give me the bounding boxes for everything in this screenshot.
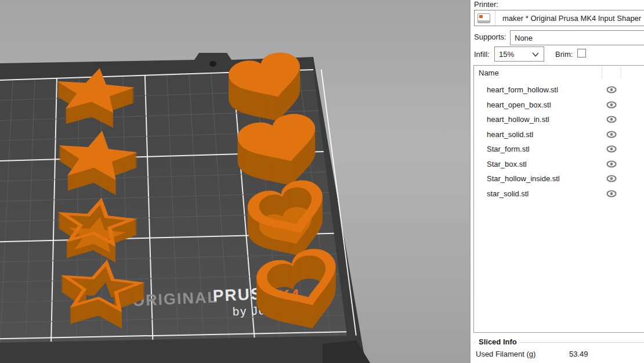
list-item[interactable]: Star_box.stl (474, 157, 644, 172)
printer-label: Printer: (474, 0, 498, 9)
name-column-header: Name (479, 69, 499, 77)
eye-visibility-icon[interactable] (606, 100, 617, 109)
infill-value: 15% (499, 50, 514, 59)
list-item[interactable]: heart_hollow_in.stl (474, 113, 644, 127)
object-filename: Star_box.stl (487, 160, 527, 168)
printer-value: maker * Original Prusa MK4 Input Shaper (502, 14, 641, 23)
supports-label: Supports: (474, 33, 506, 41)
sliced-info-title: Sliced Info (476, 337, 520, 346)
object-filename: heart_open_box.stl (487, 100, 551, 109)
3d-viewport[interactable]: ORIGINAL PRUSA MK4 by Jo (0, 0, 470, 363)
object-filename: Star_form.stl (487, 145, 530, 153)
printer-select[interactable]: maker * Original Prusa MK4 Input Shaper (474, 10, 644, 26)
combo-separator (495, 10, 495, 26)
eye-visibility-icon[interactable] (606, 145, 617, 153)
eye-visibility-icon[interactable] (606, 130, 617, 139)
chevron-down-icon (532, 52, 539, 57)
list-item[interactable]: heart_form_hollow.stl (474, 83, 644, 98)
column-separator (602, 67, 602, 79)
eye-visibility-icon[interactable] (606, 174, 617, 183)
infill-select[interactable]: 15% (494, 46, 544, 62)
used-filament-value: 53.49 (569, 350, 588, 358)
used-filament-label: Used Filament (g) (476, 350, 536, 358)
object-filename: star_solid.stl (487, 189, 529, 198)
brim-label: Brim: (555, 50, 573, 59)
eye-visibility-icon[interactable] (606, 85, 617, 94)
list-item[interactable]: Star_hollow_inside.stl (474, 172, 644, 186)
bed-frame-foot (323, 340, 370, 363)
brim-checkbox[interactable] (577, 49, 586, 57)
supports-value: None (515, 34, 533, 42)
object-filename: heart_form_hollow.stl (487, 85, 558, 94)
supports-select[interactable]: None (510, 30, 644, 45)
list-item[interactable]: heart_open_box.stl (474, 98, 644, 113)
object-filename: Star_hollow_inside.stl (487, 174, 560, 183)
list-item[interactable]: Star_form.stl (474, 142, 644, 157)
print-bed-scene: ORIGINAL PRUSA MK4 by Jo (0, 0, 470, 363)
eye-visibility-icon[interactable] (606, 115, 617, 124)
list-item[interactable]: heart_solid.stl (474, 128, 644, 142)
side-panel: Printer: maker * Original Prusa MK4 Inpu… (471, 0, 644, 363)
list-item[interactable]: star_solid.stl (474, 187, 644, 202)
eye-visibility-icon[interactable] (606, 189, 617, 198)
infill-label: Infill: (474, 50, 490, 59)
prusaslicer-window: ORIGINAL PRUSA MK4 by Jo Printer: maker … (0, 0, 644, 363)
printer-icon (477, 13, 490, 23)
object-filename: heart_hollow_in.stl (487, 115, 549, 124)
object-list-header: Name (474, 66, 644, 81)
bed-screw-hole (209, 61, 216, 67)
eye-visibility-icon[interactable] (606, 160, 617, 168)
column-separator (621, 67, 621, 79)
object-list[interactable]: Name heart_form_hollow.stlheart_open_box… (473, 65, 644, 333)
object-filename: heart_solid.stl (487, 130, 533, 139)
